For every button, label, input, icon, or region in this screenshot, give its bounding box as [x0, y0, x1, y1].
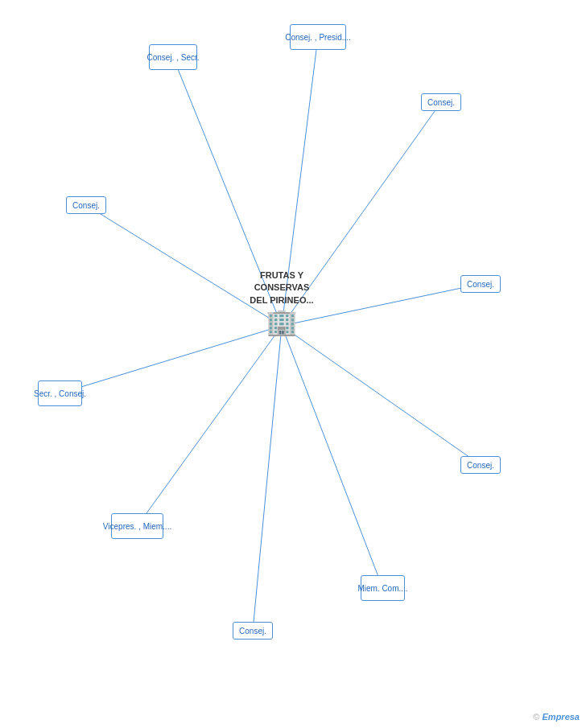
- node-n6[interactable]: Secr. , Consej.: [38, 380, 82, 406]
- node-n2[interactable]: Consej. , Secr.: [149, 44, 197, 70]
- node-n1[interactable]: Consej. , Presid....: [290, 24, 346, 50]
- svg-line-9: [253, 326, 282, 631]
- center-company-node[interactable]: FRUTAS Y CONSERVAS DEL PIRINEO... 🏢: [246, 269, 318, 337]
- node-n7[interactable]: Consej.: [460, 456, 501, 474]
- svg-line-8: [282, 326, 383, 588]
- node-n3[interactable]: Consej.: [421, 93, 461, 111]
- node-n8[interactable]: Vicepres. , Miem....: [111, 513, 163, 539]
- watermark: © Empresa: [533, 712, 580, 722]
- building-icon: 🏢: [246, 306, 318, 337]
- copyright-symbol: ©: [533, 712, 539, 722]
- node-n5[interactable]: Consej.: [460, 275, 501, 293]
- company-label: FRUTAS Y CONSERVAS DEL PIRINEO...: [246, 269, 318, 306]
- node-n9[interactable]: Miem. Com....: [361, 575, 405, 601]
- node-n4[interactable]: Consej.: [66, 196, 106, 214]
- svg-line-7: [138, 326, 283, 526]
- node-n10[interactable]: Consej.: [233, 622, 273, 640]
- svg-line-6: [282, 326, 481, 465]
- brand-name: Empresa: [543, 712, 580, 722]
